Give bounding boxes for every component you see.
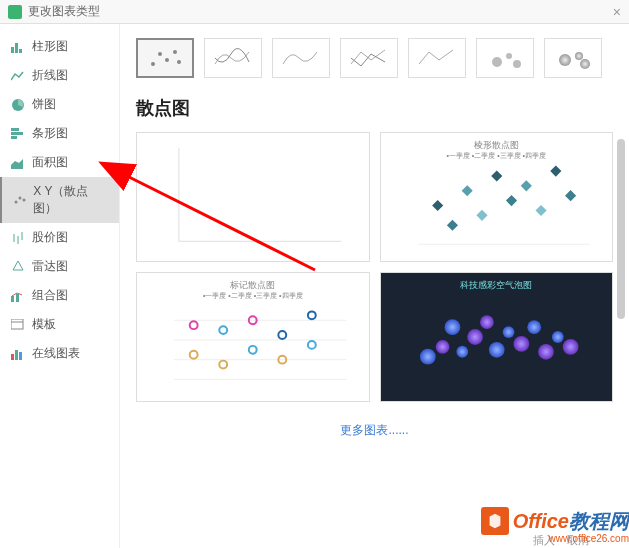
svg-point-27 xyxy=(492,57,502,67)
sidebar-item-label: 组合图 xyxy=(32,287,68,304)
preview-title: 科技感彩空气泡图 xyxy=(381,279,613,292)
svg-point-23 xyxy=(158,52,162,56)
svg-point-64 xyxy=(467,329,483,345)
svg-point-25 xyxy=(173,50,177,54)
svg-point-71 xyxy=(551,331,563,343)
line-chart-icon xyxy=(10,69,26,83)
subtype-scatter-smooth-lines-markers[interactable] xyxy=(204,38,262,78)
svg-point-53 xyxy=(219,361,227,369)
svg-point-56 xyxy=(278,331,286,339)
sidebar-item-area[interactable]: 面积图 xyxy=(0,148,119,177)
svg-point-70 xyxy=(538,344,554,360)
app-icon xyxy=(8,5,22,19)
svg-point-60 xyxy=(419,349,435,365)
preview-basic-scatter[interactable] xyxy=(136,132,370,262)
sidebar-item-label: 折线图 xyxy=(32,67,68,84)
column-chart-icon xyxy=(10,40,26,54)
radar-chart-icon xyxy=(10,260,26,274)
sidebar-item-radar[interactable]: 雷达图 xyxy=(0,252,119,281)
svg-point-72 xyxy=(562,339,578,355)
stock-chart-icon xyxy=(10,231,26,245)
sidebar-item-label: X Y（散点图） xyxy=(33,183,109,217)
svg-point-10 xyxy=(22,199,25,202)
content-pane: 散点图 棱形散点图 •一季度 •二季度 •三季度 •四季度 xyxy=(120,24,629,548)
svg-rect-20 xyxy=(15,350,18,360)
svg-point-8 xyxy=(14,201,17,204)
svg-point-62 xyxy=(444,319,460,335)
sidebar-item-label: 模板 xyxy=(32,316,56,333)
subtype-bubble[interactable] xyxy=(476,38,534,78)
sidebar-item-stock[interactable]: 股价图 xyxy=(0,223,119,252)
subtype-scatter-smooth-lines[interactable] xyxy=(272,38,330,78)
svg-rect-37 xyxy=(446,220,457,231)
sidebar-item-pie[interactable]: 饼图 xyxy=(0,90,119,119)
sidebar-item-label: 饼图 xyxy=(32,96,56,113)
area-chart-icon xyxy=(10,156,26,170)
template-icon xyxy=(10,318,26,332)
bar-chart-icon xyxy=(10,127,26,141)
titlebar: 更改图表类型 × xyxy=(0,0,629,24)
scatter-chart-icon xyxy=(12,193,27,207)
svg-point-32 xyxy=(580,59,590,69)
subtype-scatter-straight-lines[interactable] xyxy=(408,38,466,78)
subtype-scatter-straight-lines-markers[interactable] xyxy=(340,38,398,78)
svg-rect-39 xyxy=(476,210,487,221)
svg-rect-17 xyxy=(11,319,23,329)
preview-legend: •一季度 •二季度 •三季度 •四季度 xyxy=(381,151,613,161)
watermark: Office教程网 www.office26.com xyxy=(481,507,629,544)
svg-rect-42 xyxy=(520,180,531,191)
svg-rect-44 xyxy=(550,165,561,176)
sidebar-item-line[interactable]: 折线图 xyxy=(0,61,119,90)
svg-point-28 xyxy=(506,53,512,59)
sidebar-item-column[interactable]: 柱形图 xyxy=(0,32,119,61)
svg-point-68 xyxy=(513,336,529,352)
svg-rect-16 xyxy=(16,294,19,302)
preview-tech-bubble[interactable]: 科技感彩空气泡图 xyxy=(380,272,614,402)
sidebar-item-template[interactable]: 模板 xyxy=(0,310,119,339)
sidebar-item-label: 柱形图 xyxy=(32,38,68,55)
preview-diamond-scatter[interactable]: 棱形散点图 •一季度 •二季度 •三季度 •四季度 xyxy=(380,132,614,262)
svg-point-66 xyxy=(488,342,504,358)
sidebar-item-label: 面积图 xyxy=(32,154,68,171)
sidebar-item-scatter[interactable]: X Y（散点图） xyxy=(0,177,119,223)
svg-point-59 xyxy=(308,341,316,349)
svg-point-30 xyxy=(559,54,571,66)
svg-rect-1 xyxy=(15,43,18,53)
svg-point-61 xyxy=(435,340,449,354)
svg-rect-41 xyxy=(505,195,516,206)
sidebar-item-online[interactable]: 在线图表 xyxy=(0,339,119,368)
sidebar-item-bar[interactable]: 条形图 xyxy=(0,119,119,148)
svg-rect-45 xyxy=(565,190,576,201)
svg-rect-0 xyxy=(11,47,14,53)
svg-rect-15 xyxy=(11,296,14,302)
more-charts-link[interactable]: 更多图表...... xyxy=(136,422,613,439)
svg-point-31 xyxy=(575,52,583,60)
preview-grid: 棱形散点图 •一季度 •二季度 •三季度 •四季度 xyxy=(136,132,613,402)
svg-point-55 xyxy=(249,346,257,354)
svg-point-51 xyxy=(190,351,198,359)
online-chart-icon xyxy=(10,347,26,361)
svg-point-67 xyxy=(502,326,514,338)
svg-rect-36 xyxy=(432,200,443,211)
subtype-3d-bubble[interactable] xyxy=(544,38,602,78)
watermark-logo-icon xyxy=(481,507,509,535)
svg-point-52 xyxy=(219,326,227,334)
svg-rect-38 xyxy=(461,185,472,196)
close-button[interactable]: × xyxy=(613,4,621,20)
scrollbar-thumb[interactable] xyxy=(617,139,625,319)
svg-rect-2 xyxy=(19,49,22,53)
sidebar-item-combo[interactable]: 组合图 xyxy=(0,281,119,310)
svg-point-29 xyxy=(513,60,521,68)
svg-rect-40 xyxy=(491,170,502,181)
svg-point-24 xyxy=(165,58,169,62)
subtype-scatter-dots[interactable] xyxy=(136,38,194,78)
watermark-text: Office教程网 xyxy=(513,508,629,535)
chart-subtype-strip xyxy=(136,38,613,78)
svg-rect-5 xyxy=(11,132,23,135)
svg-point-63 xyxy=(456,346,468,358)
combo-chart-icon xyxy=(10,289,26,303)
svg-rect-6 xyxy=(11,136,17,139)
svg-rect-43 xyxy=(535,205,546,216)
preview-marked-scatter[interactable]: 标记散点图 •一季度 •二季度 •三季度 •四季度 xyxy=(136,272,370,402)
svg-marker-14 xyxy=(13,261,23,270)
